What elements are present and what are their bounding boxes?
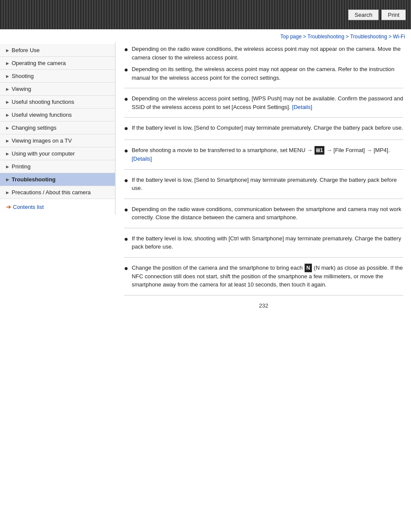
bullet-icon: ● [124,263,128,274]
details-link-wps[interactable]: [Details] [292,104,312,110]
sidebar-item-viewing-tv[interactable]: ▶ Viewing images on a TV [0,134,115,147]
sidebar-item-before-use[interactable]: ▶ Before Use [0,44,115,57]
sidebar-item-label: Viewing [12,86,31,92]
arrow-right-icon: ➔ [6,203,11,210]
list-item: ● Depending on its setting, the wireless… [124,65,403,82]
bullet-icon: ● [124,44,128,55]
content-section-3: ● If the battery level is low, [Send to … [124,118,403,140]
breadcrumb-wifi[interactable]: Wi-Fi [393,34,405,40]
sidebar-item-printing[interactable]: ▶ Printing [0,160,115,173]
breadcrumb: Top page > Troubleshooting > Troubleshoo… [0,29,411,42]
page-number: 232 [124,296,403,311]
sidebar-item-label: Using with your computer [12,150,75,157]
sidebar-item-label: Precautions / About this camera [12,189,91,196]
content-section-7: ● If the battery level is low, shooting … [124,228,403,258]
arrow-icon: ▶ [6,126,9,130]
sidebar-item-label: Changing settings [12,124,56,131]
breadcrumb-top[interactable]: Top page [280,34,302,40]
sidebar-item-label: Useful shooting functions [12,99,74,105]
sidebar-item-troubleshooting[interactable]: ▶ Troubleshooting [0,173,115,186]
breadcrumb-troubleshooting2[interactable]: Troubleshooting [350,34,387,40]
sidebar-item-changing-settings[interactable]: ▶ Changing settings [0,121,115,134]
breadcrumb-troubleshooting1[interactable]: Troubleshooting [308,34,345,40]
contents-list-label: Contents list [13,204,44,210]
content-section-8: ● Change the position of the camera and … [124,258,403,296]
content-section-6: ● Depending on the radio wave conditions… [124,199,403,228]
sidebar-item-precautions[interactable]: ▶ Precautions / About this camera [0,186,115,199]
sidebar-item-label: Useful viewing functions [12,112,72,118]
arrow-icon: ▶ [6,177,9,182]
arrow-icon: ▶ [6,48,9,53]
arrow-icon: ▶ [6,190,9,195]
sidebar-item-operating[interactable]: ▶ Operating the camera [0,57,115,70]
sidebar-item-label: Printing [12,163,31,170]
bullet-icon: ● [124,234,128,244]
list-item: ● If the battery level is low, [Send to … [124,176,403,193]
list-item: ● Before shooting a movie to be transfer… [124,146,403,163]
list-item: ● Depending on the wireless access point… [124,94,403,111]
arrow-icon: ▶ [6,61,9,65]
sidebar-item-label: Troubleshooting [12,176,56,183]
sidebar-item-label: Operating the camera [12,60,66,66]
sidebar-item-label: Shooting [12,73,34,79]
arrow-icon: ▶ [6,113,9,117]
list-item: ● If the battery level is low, [Send to … [124,124,403,134]
contents-list-link[interactable]: ➔ Contents list [0,199,115,215]
sidebar-item-shooting[interactable]: ▶ Shooting [0,70,115,83]
sidebar-item-label: Before Use [12,47,40,53]
arrow-icon: ▶ [6,165,9,169]
sidebar: ▶ Before Use ▶ Operating the camera ▶ Sh… [0,42,115,215]
list-item: ● If the battery level is low, shooting … [124,234,403,251]
sidebar-item-useful-shooting[interactable]: ▶ Useful shooting functions [0,96,115,109]
bullet-icon: ● [124,175,128,186]
print-button[interactable]: Print [381,9,406,20]
main-layout: ▶ Before Use ▶ Operating the camera ▶ Sh… [0,42,411,320]
content-section-5: ● If the battery level is low, [Send to … [124,170,403,199]
nmark-icon: N [305,264,312,272]
content-section-4: ● Before shooting a movie to be transfer… [124,140,403,170]
content-section-1: ● Depending on the radio wave conditions… [124,42,403,88]
arrow-icon: ▶ [6,100,9,104]
list-item: ● Change the position of the camera and … [124,264,403,289]
arrow-icon: ▶ [6,139,9,143]
details-link-movie[interactable]: [Details] [132,156,152,162]
search-button[interactable]: Search [348,9,379,20]
bullet-icon: ● [124,123,128,134]
bullet-icon: ● [124,94,128,104]
content-area: ● Depending on the radio wave conditions… [115,42,411,320]
bullet-icon: ● [124,146,128,156]
arrow-icon: ▶ [6,152,9,156]
content-section-2: ● Depending on the wireless access point… [124,88,403,118]
sidebar-item-viewing[interactable]: ▶ Viewing [0,83,115,96]
list-item: ● Depending on the radio wave conditions… [124,45,403,62]
sidebar-item-using-computer[interactable]: ▶ Using with your computer [0,147,115,160]
list-item: ● Depending on the radio wave conditions… [124,205,403,222]
header-bar: Search Print [0,0,411,29]
bullet-icon: ● [124,65,128,75]
arrow-icon: ▶ [6,87,9,91]
bullet-icon: ● [124,205,128,215]
menu-icon: ⊞1 [314,146,324,155]
sidebar-item-useful-viewing[interactable]: ▶ Useful viewing functions [0,109,115,121]
sidebar-item-label: Viewing images on a TV [12,137,72,144]
arrow-icon: ▶ [6,74,9,78]
